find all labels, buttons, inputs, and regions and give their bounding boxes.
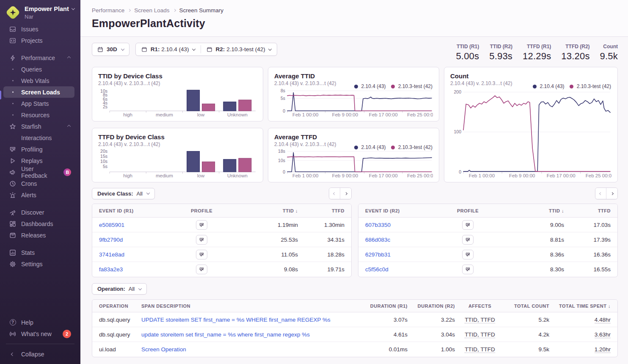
chevron-left-icon xyxy=(599,192,602,195)
sidebar-item-profiling[interactable]: Profiling xyxy=(3,143,74,155)
col-header-ttfd[interactable]: TTFD xyxy=(564,208,611,213)
affects-value[interactable]: TTID, TTFD xyxy=(465,317,495,323)
event-link[interactable]: 9fb2790d xyxy=(99,237,167,243)
affects-value[interactable]: TTID, TTFD xyxy=(465,331,495,338)
event-link[interactable]: 607b3350 xyxy=(365,222,433,228)
next-page-button[interactable] xyxy=(606,188,617,199)
event-link[interactable]: fa83a2e3 xyxy=(99,266,167,273)
col-header-ttid-sorted[interactable]: TTID ↓ xyxy=(237,208,298,213)
operation-filter[interactable]: Operation:All xyxy=(92,283,147,295)
profile-button[interactable] xyxy=(462,265,474,274)
sidebar-item-starfish[interactable]: Starfish xyxy=(3,121,74,132)
profile-button[interactable] xyxy=(462,220,474,230)
event-link[interactable]: e5085901 xyxy=(99,222,167,228)
total-time-value[interactable]: 4.48hr xyxy=(595,317,611,323)
profile-button[interactable] xyxy=(196,235,207,245)
col-header-ttid-sorted[interactable]: TTID ↓ xyxy=(503,208,564,213)
event-link[interactable]: c5f56c0d xyxy=(365,266,433,273)
event-link[interactable]: 686d083c xyxy=(365,237,433,243)
avg-ttid-chart[interactable]: 8s5s0Feb 1 00:00Feb 9 00:00Feb 17 00:00F… xyxy=(274,88,433,118)
sidebar-collapse-button[interactable]: Collapse xyxy=(3,348,74,360)
chevron-down-icon xyxy=(72,6,75,10)
ttid-device-class-chart[interactable]: 10s8s6s4s2shighmediumlowUnknown xyxy=(98,88,257,118)
crons-icon xyxy=(8,180,17,187)
sidebar-item-stats[interactable]: Stats xyxy=(3,247,74,258)
col-header-total-count[interactable]: TOTAL COUNT xyxy=(505,303,549,309)
release-compare-control: R1: 2.10.4 (43) R2: 2.10.3-test (42) xyxy=(135,43,277,56)
breadcrumb-performance[interactable]: Performance xyxy=(92,7,124,14)
profile-icon xyxy=(199,252,204,257)
breadcrumb-screen-summary: Screen Summary xyxy=(179,7,223,14)
col-header-duration-r1[interactable]: DURATION (R1) xyxy=(361,303,408,309)
table-row: fa83a2e3 9.08s 19.71s xyxy=(92,262,351,277)
sidebar-item-issues[interactable]: Issues xyxy=(3,23,74,35)
profile-button[interactable] xyxy=(196,220,207,230)
count-chart[interactable]: 2001000Feb 1 00:00Feb 9 00:00Feb 17 00:0… xyxy=(450,88,611,179)
breadcrumb-screen-loads[interactable]: Screen Loads xyxy=(134,7,169,14)
avg-ttfd-chart[interactable]: 18s10s0Feb 1 00:00Feb 9 00:00Feb 17 00:0… xyxy=(274,149,433,179)
profile-button[interactable] xyxy=(196,265,207,274)
sidebar: Empower Plant Nar Issues Projects Perfor… xyxy=(0,0,80,364)
col-header-affects[interactable]: AFFECTS xyxy=(455,303,505,309)
sidebar-item-replays[interactable]: Replays xyxy=(3,155,74,166)
span-description-link[interactable]: update storeitem set first_name = %s whe… xyxy=(141,331,361,338)
sidebar-item-alerts[interactable]: Alerts xyxy=(3,189,74,201)
sidebar-item-interactions[interactable]: Interactions xyxy=(3,132,74,143)
svg-text:0: 0 xyxy=(283,108,285,113)
sidebar-item-resources[interactable]: Resources xyxy=(3,109,74,121)
sidebar-item-crons[interactable]: Crons xyxy=(3,178,74,189)
event-link[interactable]: 3741e8ad xyxy=(99,251,167,258)
date-range-button[interactable]: 30D xyxy=(92,43,129,56)
sidebar-item-queries[interactable]: Queries xyxy=(3,63,74,75)
sidebar-item-help[interactable]: ? Help xyxy=(3,317,74,328)
event-link[interactable]: 6297bb31 xyxy=(365,251,433,258)
prev-page-button[interactable] xyxy=(329,188,340,199)
release-r1-button[interactable]: R1: 2.10.4 (43) xyxy=(136,43,201,55)
col-header-ttfd[interactable]: TTFD xyxy=(298,208,344,213)
prev-page-button[interactable] xyxy=(595,188,606,199)
profile-button[interactable] xyxy=(462,235,474,245)
col-header-profile: PROFILE xyxy=(167,208,237,213)
total-time-value[interactable]: 1.20hr xyxy=(595,346,611,353)
affects-value[interactable]: TTID, TTFD xyxy=(465,346,495,353)
page-header: Performance Screen Loads Screen Summary … xyxy=(80,0,628,37)
total-time-value[interactable]: 3.63hr xyxy=(595,331,611,338)
ttfd-value: 17.39s xyxy=(564,237,611,243)
col-header-total-time-sorted[interactable]: TOTAL TIME SPENT ↓ xyxy=(549,303,611,309)
col-header-span-description[interactable]: SPAN DESCRIPTION xyxy=(141,303,361,309)
col-header-event-id[interactable]: EVENT ID (R1) xyxy=(99,208,167,213)
span-description-link[interactable]: Screen Operation xyxy=(141,346,361,353)
sidebar-item-user-feedback[interactable]: User Feedback B xyxy=(3,166,74,178)
sidebar-item-whats-new[interactable]: What's new 2 xyxy=(3,328,74,339)
chart-card-ttfd-device-class: TTFD by Device Class 2.10.4 (43) v. 2.10… xyxy=(92,128,263,182)
sidebar-item-discover[interactable]: Discover xyxy=(3,207,74,218)
svg-text:Feb 25 00:00: Feb 25 00:00 xyxy=(586,173,611,178)
svg-text:Feb 1 00:00: Feb 1 00:00 xyxy=(292,173,318,178)
projects-icon xyxy=(8,37,17,44)
col-header-event-id[interactable]: EVENT ID (R2) xyxy=(365,208,433,213)
svg-text:8s: 8s xyxy=(281,88,285,93)
profile-button[interactable] xyxy=(196,250,207,259)
org-name: Empower Plant xyxy=(25,6,69,12)
next-page-button[interactable] xyxy=(340,188,351,199)
sidebar-item-app-starts[interactable]: App Starts xyxy=(3,98,74,109)
ttid-value: 8.81s xyxy=(503,237,564,243)
ttfd-device-class-chart[interactable]: 20s15s10s5shighmediumlowUnknown xyxy=(98,149,257,179)
col-header-duration-r2[interactable]: DURATION (R2) xyxy=(408,303,455,309)
sidebar-item-projects[interactable]: Projects xyxy=(3,35,74,46)
col-header-operation[interactable]: OPERATION xyxy=(99,303,141,309)
device-class-filter[interactable]: Device Class:All xyxy=(92,188,155,199)
sidebar-item-screen-loads[interactable]: Screen Loads xyxy=(3,86,74,98)
svg-text:0: 0 xyxy=(459,169,461,174)
sidebar-item-web-vitals[interactable]: Web Vitals xyxy=(3,75,74,86)
sidebar-item-dashboards[interactable]: Dashboards xyxy=(3,218,74,229)
sidebar-item-performance[interactable]: Performance xyxy=(3,52,74,63)
org-switcher[interactable]: Empower Plant Nar xyxy=(0,0,80,20)
span-description-link[interactable]: UPDATE storeitem SET first_name = %s WHE… xyxy=(141,317,361,323)
sidebar-item-releases[interactable]: Releases xyxy=(3,229,74,241)
release-r2-button[interactable]: R2: 2.10.3-test (42) xyxy=(201,43,277,55)
table-row: ui.load Screen Operation 0.01ms 1.00s TT… xyxy=(92,342,617,357)
sidebar-item-settings[interactable]: Settings xyxy=(3,258,74,270)
chevron-right-icon xyxy=(344,192,347,195)
profile-button[interactable] xyxy=(462,250,474,259)
